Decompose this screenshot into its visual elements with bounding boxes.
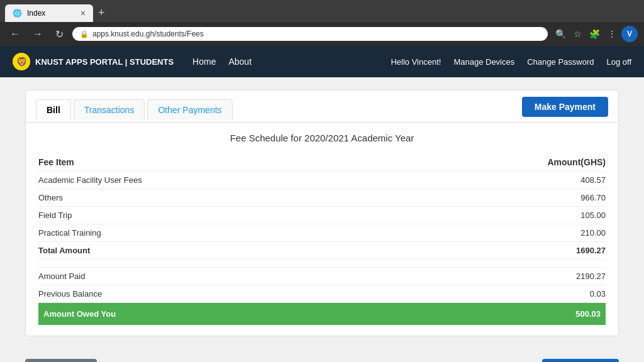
table-row: Field Trip 105.00 — [38, 207, 606, 224]
search-icon[interactable]: 🔍 — [553, 28, 569, 40]
tab-other-payments[interactable]: Other Payments — [147, 99, 232, 120]
tab-title: Index — [27, 9, 45, 18]
close-tab-button[interactable]: × — [80, 8, 86, 18]
back-button[interactable]: ← — [6, 27, 24, 41]
extensions-icon[interactable]: 🧩 — [587, 28, 602, 40]
nav-about[interactable]: About — [228, 57, 252, 67]
table-row: Practical Training 210.00 — [38, 224, 606, 242]
col-fee-item: Fee Item — [38, 153, 402, 172]
logo-emoji: 🦁 — [16, 57, 27, 67]
address-bar-row: ← → ↻ 🔒 apps.knust.edu.gh/students/Fees … — [0, 22, 644, 46]
table-row: Academic Facility User Fees 408.57 — [38, 172, 606, 189]
brand-text: KNUST APPS PORTAL | STUDENTS — [35, 57, 174, 67]
previous-button[interactable]: Previous — [25, 359, 97, 362]
fee-item-name: Practical Training — [38, 224, 402, 242]
table-row: Others 966.70 — [38, 189, 606, 207]
browser-icons: 🔍 ☆ 🧩 ⋮ V — [553, 26, 638, 42]
nav-home[interactable]: Home — [192, 57, 216, 67]
previous-balance: 0.03 — [402, 285, 606, 303]
nav-greeting: Hello Vincent! — [391, 57, 441, 67]
fee-item-amount: 966.70 — [402, 189, 606, 207]
total-amount: 1690.27 — [402, 242, 606, 260]
reload-button[interactable]: ↻ — [52, 27, 67, 41]
total-label: Total Amount — [38, 242, 402, 260]
download-button[interactable]: Download — [542, 359, 619, 362]
fee-item-name: Others — [38, 189, 402, 207]
nav-logoff[interactable]: Log off — [606, 57, 631, 67]
url-text: apps.knust.edu.gh/students/Fees — [92, 30, 204, 38]
card-body: Fee Schedule for 2020/2021 Academic Year… — [26, 123, 618, 336]
address-bar[interactable]: 🔒 apps.knust.edu.gh/students/Fees — [72, 27, 548, 41]
nav-right: Hello Vincent! Manage Devices Change Pas… — [391, 57, 631, 67]
brand: 🦁 KNUST APPS PORTAL | STUDENTS — [13, 53, 174, 70]
nav-links: Home About — [192, 57, 252, 67]
tab-transactions[interactable]: Transactions — [74, 99, 145, 120]
col-amount: Amount(GHS) — [402, 153, 606, 172]
tab-favicon: 🌐 — [13, 9, 22, 18]
fee-item-name: Field Trip — [38, 207, 402, 224]
fee-item-amount: 408.57 — [402, 172, 606, 189]
fee-item-amount: 210.00 — [402, 224, 606, 242]
star-icon[interactable]: ☆ — [571, 28, 584, 40]
browser-chrome: 🌐 Index × + ← → ↻ 🔒 apps.knust.edu.gh/st… — [0, 0, 644, 46]
tab-bar: 🌐 Index × + — [0, 0, 644, 22]
card: Bill Transactions Other Payments Make Pa… — [25, 90, 619, 336]
fee-schedule-title: Fee Schedule for 2020/2021 Academic Year — [38, 133, 606, 143]
make-payment-button[interactable]: Make Payment — [522, 97, 608, 117]
tab-bill[interactable]: Bill — [36, 99, 71, 120]
fee-table: Fee Item Amount(GHS) Academic Facility U… — [38, 153, 606, 326]
navbar: 🦁 KNUST APPS PORTAL | STUDENTS Home Abou… — [0, 46, 644, 77]
amount-owed-label: Amount Owed You — [38, 303, 402, 326]
amount-paid: 2190.27 — [402, 268, 606, 285]
bottom-bar: Previous Download — [0, 349, 644, 362]
nav-manage-devices[interactable]: Manage Devices — [453, 57, 514, 67]
forward-button[interactable]: → — [29, 27, 47, 41]
amount-paid-label: Amount Paid — [38, 268, 402, 285]
fee-item-name: Academic Facility User Fees — [38, 172, 402, 189]
amount-owed: 500.03 — [402, 303, 606, 326]
menu-icon[interactable]: ⋮ — [605, 28, 619, 40]
new-tab-button[interactable]: + — [93, 4, 110, 22]
tabs-header: Bill Transactions Other Payments Make Pa… — [26, 90, 618, 123]
profile-avatar[interactable]: V — [621, 26, 638, 42]
nav-change-password[interactable]: Change Password — [527, 57, 594, 67]
main-content: Bill Transactions Other Payments Make Pa… — [0, 77, 644, 349]
lock-icon: 🔒 — [80, 30, 89, 38]
knust-logo: 🦁 — [13, 53, 30, 70]
browser-tab[interactable]: 🌐 Index × — [5, 4, 93, 22]
previous-balance-label: Previous Balance — [38, 285, 402, 303]
fee-item-amount: 105.00 — [402, 207, 606, 224]
